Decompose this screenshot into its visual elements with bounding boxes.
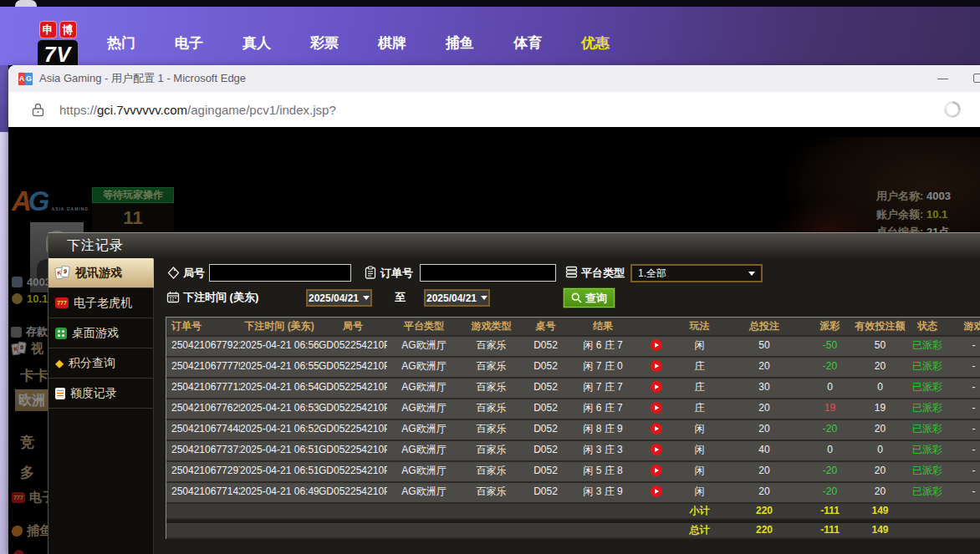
maximize-button[interactable] <box>973 74 980 83</box>
col-result: 结果 <box>569 318 636 335</box>
replay-play-button[interactable] <box>651 381 662 393</box>
cell-game-type: 百家乐 <box>461 399 522 419</box>
platform-selected-value: 1.全部 <box>638 267 666 281</box>
subtotal-row: 小计 220 -111 149 <box>166 504 980 520</box>
refresh-icon[interactable] <box>943 100 962 119</box>
cell-platform: AG欧洲厅 <box>387 399 461 419</box>
url-text[interactable]: https://gci.7vvvvvv.com/agingame/pcv1/in… <box>59 103 336 117</box>
table-row: 250421067714267 2025-04-21 06:49:50 GD05… <box>166 483 980 504</box>
cell-payout: -20 <box>806 358 854 377</box>
cell-total-bet: 20 <box>722 399 806 419</box>
cell-table-no: D052 <box>522 337 569 356</box>
cell-total-bet: 20 <box>722 462 806 481</box>
cell-play: 闲 <box>676 441 722 460</box>
nav-item-slots[interactable]: 电子 <box>175 33 203 53</box>
cell-round-no: GD052254210PV <box>319 358 387 377</box>
nav-item-cards[interactable]: 棋牌 <box>378 33 406 53</box>
sidebar-item-slot-machines[interactable]: 777 电子老虎机 <box>48 288 153 318</box>
address-bar[interactable]: https://gci.7vvvvvv.com/agingame/pcv1/in… <box>8 92 980 127</box>
replay-play-button[interactable] <box>651 360 662 372</box>
replay-play-button[interactable] <box>651 402 662 414</box>
nav-item-lottery[interactable]: 彩票 <box>310 33 339 53</box>
order-no-input[interactable] <box>420 264 556 282</box>
col-bet-time: 下注时间 (美东) <box>240 318 319 335</box>
play-icon <box>655 343 659 348</box>
subtotal-payout: -111 <box>806 504 854 518</box>
sidebar-item-points-query[interactable]: ◆ 积分查询 <box>48 348 153 379</box>
lock-icon[interactable] <box>32 103 44 117</box>
window-titlebar[interactable]: A G Asia Gaming - 用户配置 1 - Microsoft Edg… <box>8 65 980 92</box>
cell-game: - <box>948 358 980 377</box>
cell-table-no: D052 <box>522 462 569 481</box>
replay-play-button[interactable] <box>651 423 662 435</box>
nav-item-promo[interactable]: 优惠 <box>581 33 610 53</box>
cell-result: 闲 7 庄 0 <box>569 358 636 377</box>
cell-platform: AG欧洲厅 <box>387 358 461 377</box>
platform-type-select[interactable]: 1.全部 <box>630 264 763 282</box>
site-nav-items: 热门 电子 真人 彩票 棋牌 捕鱼 体育 优惠 <box>107 7 610 65</box>
site-logo[interactable]: 申 博 7V <box>38 21 78 72</box>
cell-play: 闲 <box>676 483 722 502</box>
date-from-picker[interactable]: 2025/04/21 <box>306 289 372 307</box>
cell-valid-bet: 20 <box>854 420 906 440</box>
date-to-picker[interactable]: 2025/04/21 <box>424 289 490 307</box>
cell-play: 闲 <box>676 462 722 481</box>
cell-game-type: 百家乐 <box>461 358 522 377</box>
col-total-bet: 总投注 <box>722 318 806 335</box>
replay-play-button[interactable] <box>651 444 662 455</box>
round-no-input[interactable] <box>209 264 351 282</box>
diamond-icon: ◆ <box>55 357 64 369</box>
sidebar-item-table-games[interactable]: 桌面游戏 <box>48 318 153 348</box>
col-replay <box>636 318 676 335</box>
subtotal-label: 小计 <box>676 504 722 518</box>
cell-bet-time: 2025-04-21 06:56:28 <box>240 337 319 356</box>
col-platform: 平台类型 <box>387 318 461 335</box>
tag-icon <box>167 267 180 279</box>
chevron-down-icon <box>363 296 370 300</box>
replay-play-button[interactable] <box>651 465 662 476</box>
col-game: 游戏 <box>948 318 980 335</box>
cell-play: 闲 <box>676 337 722 356</box>
play-icon <box>655 447 659 452</box>
cell-status: 已派彩 <box>906 399 948 419</box>
cell-total-bet: 20 <box>722 420 806 440</box>
subtotal-total-bet: 220 <box>722 504 806 518</box>
minimize-button[interactable] <box>930 65 955 92</box>
cell-payout: -20 <box>806 420 854 440</box>
nav-item-hot[interactable]: 热门 <box>107 33 135 53</box>
sidebar-item-video-games[interactable]: K9 视讯游戏 <box>48 258 153 288</box>
col-table-no: 桌号 <box>522 318 569 335</box>
play-icon <box>655 468 659 473</box>
clipboard-icon <box>365 266 376 279</box>
nav-item-fishing[interactable]: 捕鱼 <box>446 33 474 53</box>
cell-order-no: 250421067744888 <box>166 420 240 440</box>
play-icon <box>655 489 659 494</box>
cell-bet-time: 2025-04-21 06:51:46 <box>240 441 319 460</box>
cell-platform: AG欧洲厅 <box>387 462 461 481</box>
cell-bet-time: 2025-04-21 06:55:16 <box>240 358 319 377</box>
round-no-label: 局号 <box>183 266 205 281</box>
subtotal-valid-bet: 149 <box>854 504 906 518</box>
play-icon <box>655 426 659 431</box>
cell-play: 庄 <box>676 399 722 419</box>
query-button[interactable]: 查询 <box>564 288 615 307</box>
cell-status: 已派彩 <box>906 441 948 460</box>
cell-order-no: 250421067792155 <box>166 337 240 356</box>
replay-play-button[interactable] <box>651 339 662 351</box>
sidebar-item-credit-records[interactable]: 额度记录 <box>48 379 153 409</box>
dice-icon <box>55 328 67 339</box>
to-label: 至 <box>395 290 406 305</box>
cell-table-no: D052 <box>522 399 569 419</box>
cell-bet-time: 2025-04-21 06:53:57 <box>240 399 319 419</box>
edge-popup-window: A G Asia Gaming - 用户配置 1 - Microsoft Edg… <box>8 65 980 554</box>
cards-icon: K9 <box>55 266 70 280</box>
platform-list-icon <box>565 266 578 278</box>
grand-total-total-bet: 220 <box>722 523 806 537</box>
col-valid-bet: 有效投注额 <box>854 318 906 335</box>
replay-play-button[interactable] <box>651 485 662 497</box>
cell-game: - <box>948 337 980 356</box>
chevron-down-icon <box>748 272 755 276</box>
nav-item-sports[interactable]: 体育 <box>513 33 542 53</box>
nav-item-live[interactable]: 真人 <box>242 33 271 53</box>
cell-platform: AG欧洲厅 <box>387 337 461 356</box>
